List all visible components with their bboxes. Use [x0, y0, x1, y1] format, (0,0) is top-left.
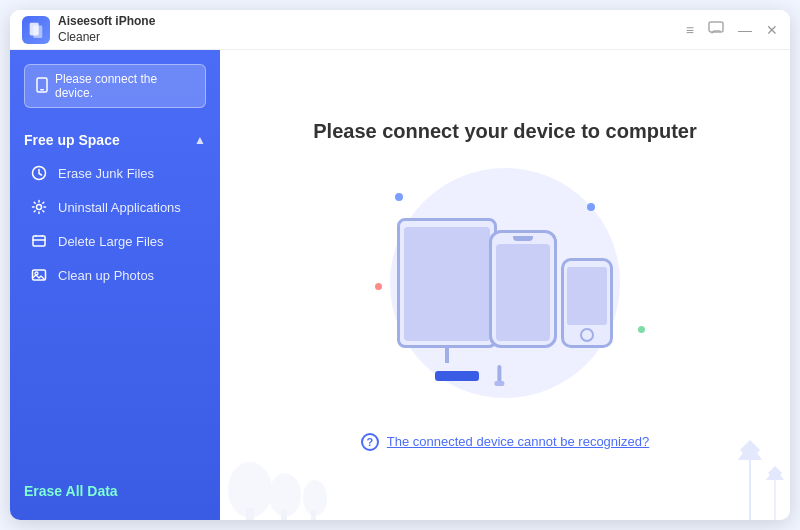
- tablet-screen: [404, 227, 490, 341]
- decorative-dot-1: [395, 193, 403, 201]
- device-phone-large: [489, 230, 557, 348]
- decorative-dot-4: [638, 326, 645, 333]
- section-free-up-space[interactable]: Free up Space ▲: [10, 124, 220, 156]
- minimize-icon[interactable]: —: [738, 22, 752, 38]
- app-logo: [22, 16, 50, 44]
- files-icon: [30, 232, 48, 250]
- phone-notch: [513, 236, 533, 241]
- sidebar-item-uninstall[interactable]: Uninstall Applications: [10, 190, 220, 224]
- svg-rect-10: [497, 365, 501, 383]
- clock-icon: [30, 164, 48, 182]
- app-window: Aiseesoft iPhone Cleaner ≡ — ✕ Please co…: [10, 10, 790, 520]
- sidebar-item-clean-photos[interactable]: Clean up Photos: [10, 258, 220, 292]
- gear-icon: [30, 198, 48, 216]
- decorative-dot-2: [587, 203, 595, 211]
- content-area: Please connect the device. Free up Space…: [10, 50, 790, 520]
- close-icon[interactable]: ✕: [766, 22, 778, 38]
- svg-rect-4: [40, 89, 44, 91]
- sidebar-item-erase-junk[interactable]: Erase Junk Files: [10, 156, 220, 190]
- cable: [445, 345, 449, 363]
- sidebar-item-label: Erase Junk Files: [58, 166, 154, 181]
- section-label: Free up Space: [24, 132, 120, 148]
- phone-icon: [35, 77, 49, 96]
- page-title: Please connect your device to computer: [313, 120, 696, 143]
- device-tablet: [397, 218, 497, 348]
- device-phone-small: [561, 258, 613, 348]
- help-link[interactable]: The connected device cannot be recognize…: [387, 434, 649, 449]
- chevron-up-icon: ▲: [194, 133, 206, 147]
- svg-rect-11: [494, 381, 504, 386]
- erase-all-section: Erase All Data: [10, 468, 220, 506]
- sidebar-item-label: Clean up Photos: [58, 268, 154, 283]
- home-button: [580, 328, 594, 342]
- menu-icon[interactable]: ≡: [686, 22, 694, 38]
- decorative-dot-3: [375, 283, 382, 290]
- help-section: ? The connected device cannot be recogni…: [361, 433, 649, 451]
- svg-point-9: [35, 272, 38, 275]
- trees-decoration: [220, 430, 340, 520]
- titlebar-controls: ≡ — ✕: [686, 21, 778, 38]
- titlebar-left: Aiseesoft iPhone Cleaner: [22, 14, 155, 45]
- phone-screen: [496, 244, 550, 341]
- photo-icon: [30, 266, 48, 284]
- svg-rect-1: [33, 25, 42, 38]
- sidebar: Please connect the device. Free up Space…: [10, 50, 220, 520]
- accent-bar: [435, 371, 479, 381]
- windmill-decoration: [630, 430, 790, 520]
- connect-device-button[interactable]: Please connect the device.: [24, 64, 206, 108]
- small-phone-screen: [567, 267, 607, 325]
- illustration: [345, 173, 665, 393]
- svg-rect-27: [311, 510, 316, 520]
- svg-rect-23: [246, 508, 254, 520]
- sidebar-item-label: Delete Large Files: [58, 234, 164, 249]
- cable-area: [445, 345, 449, 363]
- svg-rect-7: [33, 236, 45, 246]
- main-content: Please connect your device to computer: [220, 50, 790, 520]
- devices-group: [397, 218, 613, 348]
- svg-point-6: [37, 205, 42, 210]
- help-icon: ?: [361, 433, 379, 451]
- erase-all-button[interactable]: Erase All Data: [24, 483, 118, 499]
- titlebar: Aiseesoft iPhone Cleaner ≡ — ✕: [10, 10, 790, 50]
- connect-btn-label: Please connect the device.: [55, 72, 195, 100]
- app-title: Aiseesoft iPhone Cleaner: [58, 14, 155, 45]
- sidebar-item-label: Uninstall Applications: [58, 200, 181, 215]
- chat-icon[interactable]: [708, 21, 724, 38]
- usb-cable: [492, 365, 506, 391]
- sidebar-item-delete-large[interactable]: Delete Large Files: [10, 224, 220, 258]
- svg-rect-25: [281, 510, 287, 520]
